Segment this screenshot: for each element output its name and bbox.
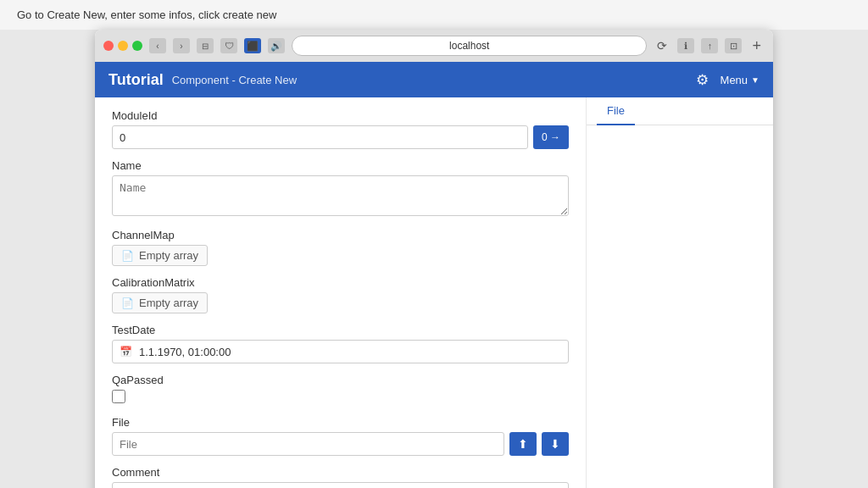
app-header: Tutorial Component - Create New ⚙ Menu ▼ [95, 62, 773, 97]
settings-icon[interactable]: ⚙ [696, 71, 709, 89]
minimize-dot[interactable] [118, 41, 128, 51]
input-comment[interactable] [112, 482, 569, 488]
upload-btn-1[interactable]: ⬆ [509, 432, 537, 456]
app-subtitle: Component - Create New [172, 74, 297, 86]
label-channelMap: ChannelMap [112, 229, 569, 241]
upload-btn-2[interactable]: ⬇ [542, 432, 569, 456]
input-file[interactable] [112, 432, 504, 456]
add-tab-btn[interactable]: + [748, 37, 765, 55]
label-moduleId: ModuleId [112, 109, 569, 122]
field-moduleId: ModuleId 0 → [112, 109, 569, 149]
field-comment: Comment [112, 466, 569, 488]
checkbox-qaPassed[interactable] [112, 390, 125, 403]
field-testDate: TestDate 📅 1.1.1970, 01:00:00 [112, 324, 569, 363]
form-panel: ModuleId 0 → Name ChannelMap 📄 Empty arr… [95, 97, 587, 488]
date-picker-display[interactable]: 📅 1.1.1970, 01:00:00 [112, 340, 569, 363]
tab-view-btn[interactable]: ⊟ [197, 38, 214, 53]
label-testDate: TestDate [112, 324, 569, 336]
input-moduleId[interactable] [112, 125, 528, 149]
menu-arrow-icon: ▼ [751, 75, 760, 85]
app-title: Tutorial [108, 71, 164, 89]
share-icon: ↑ [701, 38, 718, 53]
browser-titlebar: ‹ › ⊟ 🛡 ⬛ 🔊 localhost ⟳ ℹ ↑ ⊡ + [95, 30, 773, 62]
info-icon: ℹ [677, 38, 694, 53]
app-header-left: Tutorial Component - Create New [108, 71, 297, 89]
more-icon: ⊡ [725, 38, 742, 53]
nav-forward-btn[interactable]: › [173, 38, 190, 53]
doc-icon: 📄 [121, 250, 134, 262]
label-name: Name [112, 159, 569, 172]
field-file: File ⬆ ⬇ [112, 416, 569, 456]
calibrationMatrix-array-btn[interactable]: 📄 Empty array [112, 292, 208, 313]
moduleId-arrow-btn[interactable]: 0 → [533, 125, 569, 149]
tab-file[interactable]: File [597, 97, 635, 125]
shield-icon: 🛡 [220, 38, 237, 53]
label-calibrationMatrix: CalibrationMatrix [112, 276, 569, 289]
refresh-btn[interactable]: ⟳ [654, 39, 670, 53]
maximize-dot[interactable] [132, 41, 142, 51]
nav-back-btn[interactable]: ‹ [149, 38, 166, 53]
channelMap-array-btn[interactable]: 📄 Empty array [112, 245, 208, 266]
field-name: Name [112, 159, 569, 219]
label-comment: Comment [112, 466, 569, 479]
address-bar[interactable]: localhost [292, 36, 647, 56]
browser-window: ‹ › ⊟ 🛡 ⬛ 🔊 localhost ⟳ ℹ ↑ ⊡ + Tutorial… [95, 30, 773, 488]
menu-button[interactable]: Menu ▼ [721, 74, 760, 86]
page-instruction: Go to Create New, enter some infos, clic… [0, 0, 868, 30]
field-calibrationMatrix: CalibrationMatrix 📄 Empty array [112, 276, 569, 313]
window-controls [103, 41, 142, 51]
bookmark-icon: ⬛ [244, 38, 261, 53]
calendar-icon: 📅 [120, 346, 132, 358]
label-qaPassed: QaPassed [112, 374, 569, 386]
doc-icon-2: 📄 [121, 297, 134, 309]
field-channelMap: ChannelMap 📄 Empty array [112, 229, 569, 266]
close-dot[interactable] [103, 41, 114, 51]
tab-bar: File [587, 97, 773, 125]
input-name[interactable] [112, 175, 569, 216]
side-panel: File [587, 97, 773, 488]
field-qaPassed: QaPassed [112, 374, 569, 406]
label-file: File [112, 416, 569, 429]
audio-icon: 🔊 [268, 38, 285, 53]
app-header-right: ⚙ Menu ▼ [696, 71, 760, 89]
app-body: ModuleId 0 → Name ChannelMap 📄 Empty arr… [95, 97, 773, 488]
